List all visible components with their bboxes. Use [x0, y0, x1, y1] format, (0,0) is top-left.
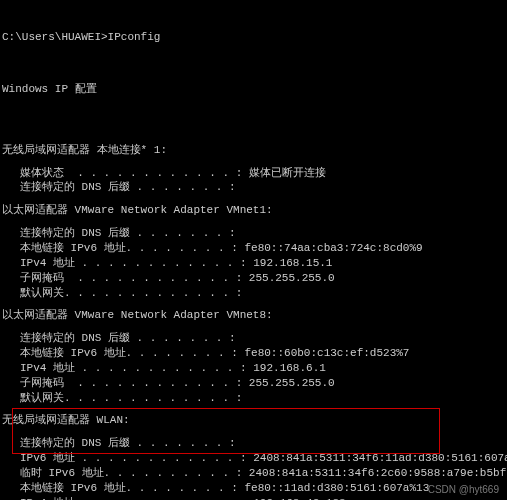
config-line: 默认网关. . . . . . . . . . . . . :: [20, 391, 505, 406]
config-line: IPv4 地址 . . . . . . . . . . . . : 192.16…: [20, 496, 505, 500]
config-label: IPv4 地址: [20, 497, 75, 500]
config-line: 连接特定的 DNS 后缀 . . . . . . . :: [20, 180, 505, 195]
adapter-details: 连接特定的 DNS 后缀 . . . . . . . :本地链接 IPv6 地址…: [2, 331, 505, 405]
config-label: 连接特定的 DNS 后缀: [20, 332, 130, 344]
config-label: IPv4 地址: [20, 362, 75, 374]
config-label: 本地链接 IPv6 地址: [20, 482, 126, 494]
config-label: 默认网关: [20, 287, 64, 299]
config-label: 本地链接 IPv6 地址: [20, 347, 126, 359]
config-label: 临时 IPv6 地址: [20, 467, 104, 479]
config-dots: . . . . . . . . . . . . :: [64, 377, 242, 389]
config-line: 默认网关. . . . . . . . . . . . . :: [20, 286, 505, 301]
config-label: 子网掩码: [20, 272, 64, 284]
config-label: 连接特定的 DNS 后缀: [20, 227, 130, 239]
config-line: 子网掩码 . . . . . . . . . . . . : 255.255.2…: [20, 376, 505, 391]
config-dots: . . . . . . . . . . . . . :: [64, 287, 242, 299]
config-dots: . . . . . . . . :: [126, 242, 238, 254]
config-dots: . . . . . . . :: [130, 181, 236, 193]
config-value: 192.168.6.1: [247, 362, 326, 374]
config-line: 连接特定的 DNS 后缀 . . . . . . . :: [20, 331, 505, 346]
config-value: 媒体已断开连接: [242, 167, 326, 179]
config-dots: . . . . . . . . :: [126, 482, 238, 494]
config-dots: . . . . . . . . . . . . :: [64, 272, 242, 284]
adapter-title: 无线局域网适配器 本地连接* 1:: [2, 143, 505, 158]
command-prompt-1: C:\Users\HUAWEI>IPconfig: [2, 30, 505, 45]
config-dots: . . . . . . . . . . :: [104, 467, 243, 479]
config-dots: . . . . . . . . :: [126, 347, 238, 359]
config-dots: . . . . . . . . . . . . :: [75, 497, 247, 500]
config-dots: . . . . . . . . . . . . :: [75, 257, 247, 269]
adapter-details: 媒体状态 . . . . . . . . . . . . : 媒体已断开连接连接…: [2, 166, 505, 196]
config-line: 本地链接 IPv6 地址. . . . . . . . : fe80::74aa…: [20, 241, 505, 256]
adapter-title: 以太网适配器 VMware Network Adapter VMnet8:: [2, 308, 505, 323]
config-line: 本地链接 IPv6 地址. . . . . . . . : fe80::60b0…: [20, 346, 505, 361]
config-line: 临时 IPv6 地址. . . . . . . . . . : 2408:841…: [20, 466, 505, 481]
config-value: fe80::60b0:c13c:ef:d523%7: [238, 347, 410, 359]
config-value: 255.255.255.0: [242, 377, 334, 389]
config-line: IPv6 地址 . . . . . . . . . . . . : 2408:8…: [20, 451, 505, 466]
config-label: 子网掩码: [20, 377, 64, 389]
config-value: 192.168.43.188: [247, 497, 346, 500]
config-label: 默认网关: [20, 392, 64, 404]
config-dots: . . . . . . . :: [130, 332, 236, 344]
config-line: 媒体状态 . . . . . . . . . . . . : 媒体已断开连接: [20, 166, 505, 181]
config-line: 子网掩码 . . . . . . . . . . . . : 255.255.2…: [20, 271, 505, 286]
config-value: 2408:841a:5311:34f6:11ad:d380:5161:607a: [247, 452, 507, 464]
config-dots: . . . . . . . . . . . . :: [75, 362, 247, 374]
config-dots: . . . . . . . . . . . . :: [75, 452, 247, 464]
config-label: 连接特定的 DNS 后缀: [20, 437, 130, 449]
config-label: 连接特定的 DNS 后缀: [20, 181, 130, 193]
config-value: 192.168.15.1: [247, 257, 333, 269]
adapter-title: 无线局域网适配器 WLAN:: [2, 413, 505, 428]
config-dots: . . . . . . . . . . . . . :: [64, 392, 242, 404]
config-line: 连接特定的 DNS 后缀 . . . . . . . :: [20, 226, 505, 241]
config-label: IPv6 地址: [20, 452, 75, 464]
ipconfig-header: Windows IP 配置: [2, 82, 505, 97]
config-value: 255.255.255.0: [242, 272, 334, 284]
config-dots: . . . . . . . :: [130, 227, 236, 239]
config-label: 本地链接 IPv6 地址: [20, 242, 126, 254]
config-label: IPv4 地址: [20, 257, 75, 269]
config-value: fe80::74aa:cba3:724c:8cd0%9: [238, 242, 423, 254]
terminal-output[interactable]: C:\Users\HUAWEI>IPconfig Windows IP 配置 无…: [0, 0, 507, 500]
config-value: fe80::11ad:d380:5161:607a%13: [238, 482, 429, 494]
config-dots: . . . . . . . :: [130, 437, 236, 449]
config-line: 连接特定的 DNS 后缀 . . . . . . . :: [20, 436, 505, 451]
watermark: CSDN @hyt669: [428, 483, 499, 497]
config-line: IPv4 地址 . . . . . . . . . . . . : 192.16…: [20, 361, 505, 376]
adapter-title: 以太网适配器 VMware Network Adapter VMnet1:: [2, 203, 505, 218]
config-dots: . . . . . . . . . . . . :: [64, 167, 242, 179]
config-line: IPv4 地址 . . . . . . . . . . . . : 192.16…: [20, 256, 505, 271]
adapter-details: 连接特定的 DNS 后缀 . . . . . . . :本地链接 IPv6 地址…: [2, 226, 505, 300]
config-value: 2408:841a:5311:34f6:2c60:9588:a79e:b5bf: [242, 467, 506, 479]
config-label: 媒体状态: [20, 167, 64, 179]
